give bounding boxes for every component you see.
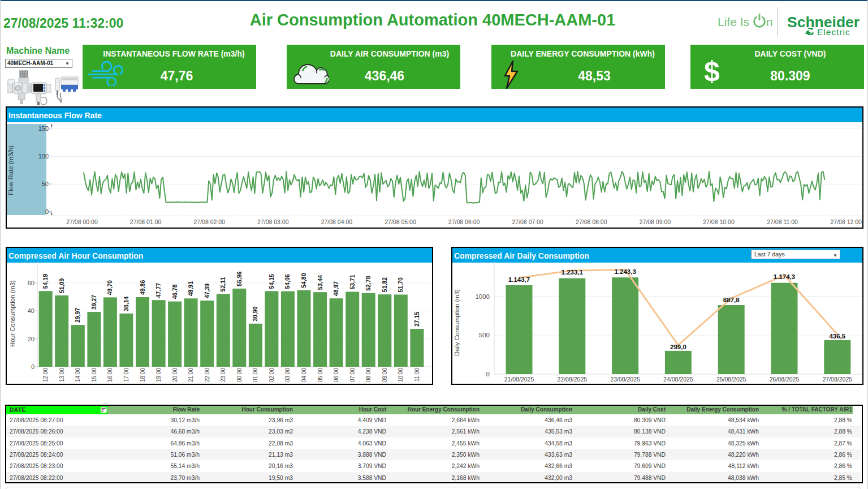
svg-text:Electric: Electric [817,27,850,37]
